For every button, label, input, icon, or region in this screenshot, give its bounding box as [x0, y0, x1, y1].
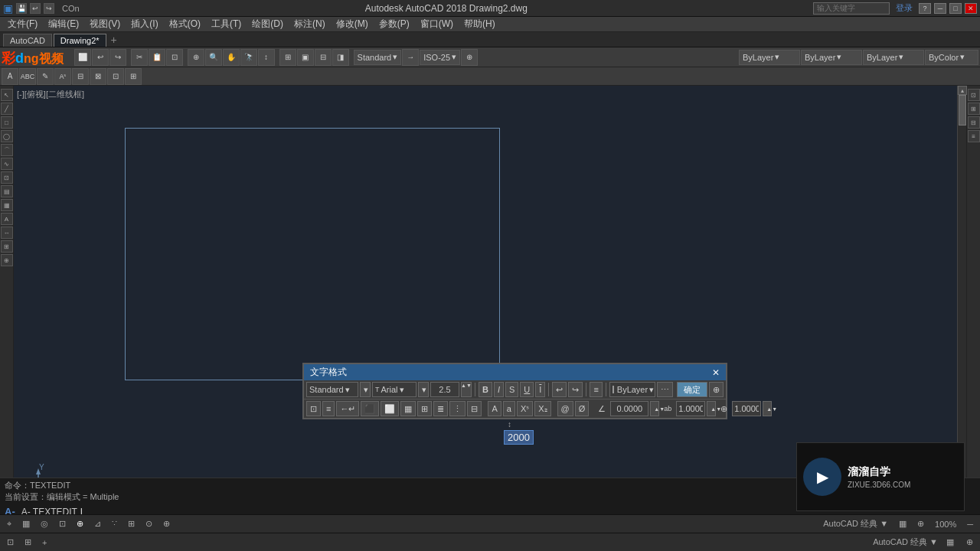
menu-tools[interactable]: 工具(T): [207, 17, 246, 31]
iso-dropdown[interactable]: ISO-25 ▾: [420, 50, 460, 65]
close-options[interactable]: ⊕: [709, 382, 724, 397]
tt-width-input[interactable]: [732, 401, 761, 416]
right-tool-3[interactable]: ⊟: [968, 116, 980, 129]
tb-btn-13[interactable]: ▣: [297, 49, 314, 66]
tb-plot-btn[interactable]: ⊕: [461, 49, 478, 66]
lock-ui[interactable]: ⊕: [913, 518, 928, 530]
tb2-btn2[interactable]: ABC: [19, 68, 36, 85]
close-button[interactable]: ✕: [965, 3, 977, 14]
vscroll-thumb[interactable]: [959, 95, 966, 126]
vscroll-up-btn[interactable]: ▴: [958, 86, 967, 95]
status-polar[interactable]: ⊡: [55, 518, 70, 530]
font-size-input[interactable]: [430, 382, 459, 397]
right-tool-4[interactable]: ≡: [968, 130, 980, 142]
tb-btn-10[interactable]: 🔭: [240, 49, 257, 66]
tb2-btn4[interactable]: Aˢ: [54, 68, 71, 85]
tab-drawing2[interactable]: Drawing2*: [54, 34, 106, 47]
sb2-btn1[interactable]: ⊡: [3, 536, 18, 548]
workspace-settings[interactable]: ▦: [895, 518, 910, 530]
text-element[interactable]: 2000: [504, 430, 534, 445]
status-tspace[interactable]: ⊕: [159, 518, 174, 530]
status-lweight[interactable]: ⊙: [142, 518, 156, 530]
status-osnap[interactable]: ⊕: [73, 518, 87, 530]
autocad-classic-dropdown[interactable]: AutoCAD 经典 ▼: [819, 517, 892, 530]
right-tool-1[interactable]: ⊡: [968, 89, 980, 101]
tt-num-list[interactable]: ⋮: [449, 401, 466, 416]
search-input[interactable]: [813, 2, 890, 15]
tb-btn-12[interactable]: ⊞: [279, 49, 296, 66]
undo-button[interactable]: ↩: [552, 382, 567, 397]
tool-attr[interactable]: ⊕: [1, 254, 13, 266]
tool-text[interactable]: A: [1, 213, 13, 225]
options-btn[interactable]: ⋯: [657, 382, 673, 397]
menu-window[interactable]: 窗口(W): [416, 17, 458, 31]
tb-btn-8[interactable]: 🔍: [205, 49, 222, 66]
tb-btn-5[interactable]: 📋: [149, 49, 165, 66]
tt-sub-btn[interactable]: X₂: [534, 401, 550, 416]
tool-draw4[interactable]: ⌒: [1, 144, 13, 156]
lineweight-dropdown[interactable]: ByColor ▾: [925, 50, 978, 65]
tt-cap-btn[interactable]: A: [488, 401, 501, 416]
login-label[interactable]: 登录: [896, 2, 913, 14]
linetype-dropdown[interactable]: ByLayer ▾: [863, 50, 924, 65]
view-3d-btn[interactable]: ─: [963, 519, 977, 530]
tool-arrow[interactable]: ↖: [1, 89, 13, 101]
tt-slash-btn[interactable]: Ø: [575, 401, 590, 416]
tool-dim[interactable]: ↔: [1, 227, 13, 239]
size-up[interactable]: ▲▼: [461, 382, 472, 397]
tt-align-btn1[interactable]: ⊡: [306, 401, 321, 416]
quick-access-redo[interactable]: ↪: [44, 3, 54, 14]
tool-draw3[interactable]: ◯: [1, 130, 13, 142]
bylayer-dropdown[interactable]: ByLayer ▾: [609, 382, 655, 397]
menu-format[interactable]: 格式(O): [165, 17, 205, 31]
status-dyn[interactable]: ⊞: [124, 518, 139, 530]
sb2-right-btn1[interactable]: ▦: [942, 536, 958, 548]
tool-draw1[interactable]: ╱: [1, 103, 13, 115]
bold-button[interactable]: B: [479, 382, 492, 397]
tb2-btn8[interactable]: ⊞: [125, 68, 142, 85]
status-grid[interactable]: ▦: [18, 518, 34, 530]
menu-param[interactable]: 参数(P): [374, 17, 414, 31]
status-snap[interactable]: ⌖: [3, 518, 15, 530]
style-dropdown[interactable]: Standard ▾: [306, 382, 358, 397]
text-toolbar-close[interactable]: ✕: [712, 367, 720, 378]
tb-btn-11[interactable]: ↕: [258, 49, 275, 66]
maximize-button[interactable]: □: [949, 3, 962, 14]
tb-arrow[interactable]: →: [402, 49, 419, 66]
menu-view[interactable]: 视图(V): [85, 17, 125, 31]
color-dropdown[interactable]: ByLayer ▾: [801, 50, 862, 65]
strikethrough-button[interactable]: S: [505, 382, 518, 397]
tb-btn-7[interactable]: ⊕: [188, 49, 204, 66]
font-arrow[interactable]: ▾: [418, 382, 429, 397]
tt-spacing-arrows[interactable]: ▲▼: [707, 401, 716, 416]
menu-dimension[interactable]: 标注(N): [289, 17, 330, 31]
tab-add-button[interactable]: +: [108, 33, 120, 47]
menu-edit[interactable]: 编辑(E): [44, 17, 83, 31]
sb2-btn2[interactable]: ⊞: [21, 536, 35, 548]
tt-indent-left[interactable]: ←↵: [336, 401, 359, 416]
standard-dropdown[interactable]: Standard ▾: [354, 50, 402, 65]
overline-button[interactable]: I: [535, 382, 545, 397]
tb-btn-9[interactable]: ✋: [223, 49, 240, 66]
right-tool-2[interactable]: ⊞: [968, 103, 980, 115]
underline-button[interactable]: U: [520, 382, 534, 397]
tb-btn-3[interactable]: ↪: [109, 49, 126, 66]
menu-draw[interactable]: 绘图(D): [247, 17, 288, 31]
quick-access-save[interactable]: 💾: [16, 3, 27, 14]
sb2-btn3[interactable]: +: [38, 537, 51, 548]
tb-btn-2[interactable]: ↩: [92, 49, 109, 66]
tt-angle-arrows[interactable]: ▲▼: [650, 401, 659, 416]
tb-btn-14[interactable]: ⊟: [315, 49, 332, 66]
sb2-right-btn2[interactable]: ⊕: [962, 536, 977, 548]
status-ducs[interactable]: ∵: [108, 518, 121, 530]
tb2-btn3[interactable]: ✎: [37, 68, 54, 85]
tool-draw2[interactable]: □: [1, 116, 13, 129]
tt-list-btn[interactable]: ≣: [433, 401, 448, 416]
tb-btn-6[interactable]: ⊡: [166, 49, 183, 66]
status-ortho[interactable]: ◎: [37, 518, 52, 530]
font-dropdown[interactable]: T Arial ▾: [372, 382, 416, 397]
ok-button[interactable]: 确定: [677, 382, 707, 397]
tt-cap-btn2[interactable]: a: [503, 401, 515, 416]
tool-hatch[interactable]: ▤: [1, 185, 13, 197]
tt-at-btn[interactable]: @: [557, 401, 573, 416]
